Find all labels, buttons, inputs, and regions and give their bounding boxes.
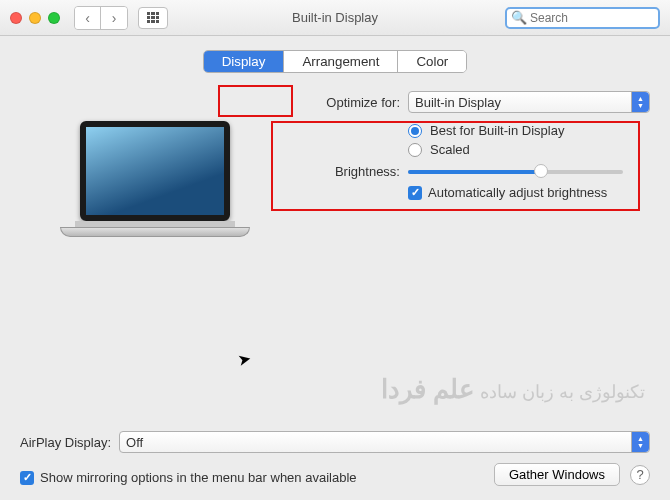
back-button[interactable]: ‹ (75, 7, 101, 29)
radio-scaled-label: Scaled (430, 142, 470, 157)
minimize-window-button[interactable] (29, 12, 41, 24)
nav-buttons: ‹ › (74, 6, 128, 30)
updown-icon: ▲▼ (631, 432, 649, 452)
auto-brightness-label: Automatically adjust brightness (428, 185, 607, 200)
tab-color[interactable]: Color (398, 51, 466, 72)
mirroring-label: Show mirroring options in the menu bar w… (40, 470, 357, 485)
brightness-label: Brightness: (290, 164, 400, 179)
auto-brightness-checkbox[interactable] (408, 186, 422, 200)
settings-panel: Optimize for: Built-in Display ▲▼ Best f… (290, 91, 650, 200)
watermark: تکنولوژی به زبان ساده علم فردا (381, 374, 645, 405)
close-window-button[interactable] (10, 12, 22, 24)
forward-button[interactable]: › (101, 7, 127, 29)
display-illustration (60, 121, 250, 261)
show-all-button[interactable] (138, 7, 168, 29)
auto-brightness-row: Automatically adjust brightness (408, 185, 650, 200)
updown-icon: ▲▼ (631, 92, 649, 112)
radio-best-for-display[interactable] (408, 124, 422, 138)
search-icon: 🔍 (511, 10, 527, 25)
optimize-for-value: Built-in Display (415, 95, 501, 110)
display-preferences-window: { "titlebar": { "title": "Built-in Displ… (0, 0, 670, 500)
radio-best-label: Best for Built-in Display (430, 123, 564, 138)
tab-bar: Display Arrangement Color (20, 50, 650, 73)
airplay-label: AirPlay Display: (20, 435, 111, 450)
gather-windows-button[interactable]: Gather Windows (494, 463, 620, 486)
window-title: Built-in Display (292, 10, 378, 25)
optimize-for-select[interactable]: Built-in Display ▲▼ (408, 91, 650, 113)
tab-display[interactable]: Display (204, 51, 285, 72)
radio-scaled[interactable] (408, 143, 422, 157)
mirroring-checkbox[interactable] (20, 471, 34, 485)
content-area: Display Arrangement Color Optimize for: … (0, 36, 670, 500)
airplay-value: Off (126, 435, 143, 450)
zoom-window-button[interactable] (48, 12, 60, 24)
search-field[interactable]: 🔍 ✕ (505, 7, 660, 29)
main-area: Optimize for: Built-in Display ▲▼ Best f… (20, 91, 650, 311)
mirroring-row: Show mirroring options in the menu bar w… (20, 470, 357, 485)
cursor-icon: ➤ (236, 349, 253, 370)
help-button[interactable]: ? (630, 465, 650, 485)
search-input[interactable] (530, 11, 670, 25)
brightness-slider[interactable] (408, 163, 623, 179)
airplay-select[interactable]: Off ▲▼ (119, 431, 650, 453)
titlebar: ‹ › Built-in Display 🔍 ✕ (0, 0, 670, 36)
window-controls (10, 12, 60, 24)
grid-icon (147, 12, 159, 24)
bottom-panel: AirPlay Display: Off ▲▼ Show mirroring o… (0, 431, 670, 500)
tab-arrangement[interactable]: Arrangement (284, 51, 398, 72)
optimize-for-label: Optimize for: (290, 95, 400, 110)
